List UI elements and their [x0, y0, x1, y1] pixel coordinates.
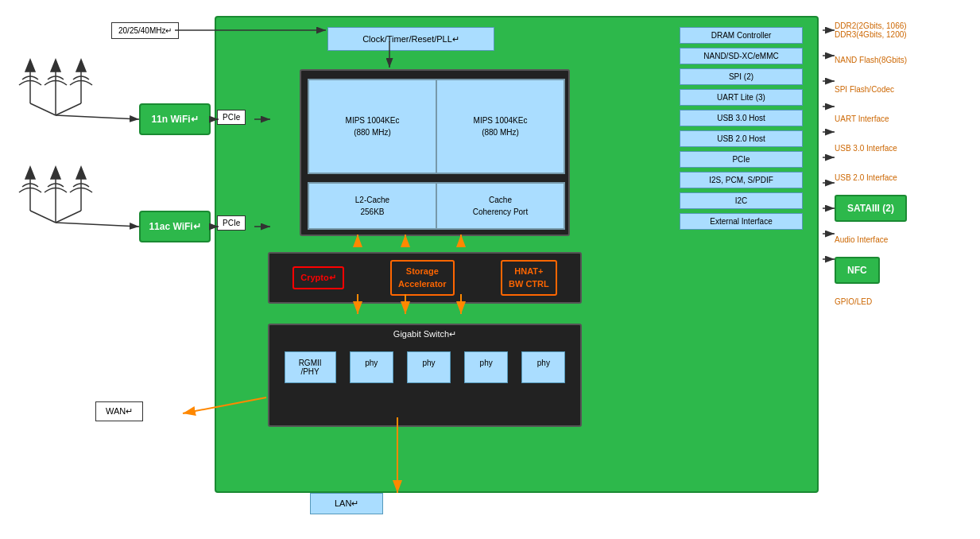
svg-marker-7 — [51, 60, 60, 72]
pcie-label-2: PCIe — [217, 215, 246, 231]
svg-marker-19 — [76, 167, 86, 179]
antennas-bottom — [19, 167, 92, 211]
svg-line-13 — [56, 115, 139, 119]
svg-line-12 — [56, 103, 81, 115]
diagram-wrapper: Clock/Timer/Reset/PLL↵ MIPS 1004KEc (880… — [8, 8, 970, 529]
freq-box: 20/25/40MHz↵ — [111, 22, 179, 39]
right-interfaces: DRAM Controller NAND/SD-XC/eMMC SPI (2) … — [680, 27, 811, 230]
usb-20-host: USB 2.0 Host — [680, 130, 803, 147]
lan-box: LAN↵ — [310, 493, 383, 514]
cpu-area: MIPS 1004KEc (880 MHz) MIPS 1004KEc (880… — [300, 69, 570, 236]
ext-spi-flash: SPI Flash/Codec — [835, 76, 907, 102]
nand-sd-emmc: NAND/SD-XC/eMMC — [680, 48, 803, 64]
wifi-11ac-block: 11ac WiFi↵ — [139, 211, 211, 242]
ext-audio: Audio Interface — [835, 227, 907, 252]
sata-block: SATAIII (2) — [835, 195, 907, 222]
svg-line-11 — [30, 103, 56, 115]
l2-cache: L2-Cache 256KB — [308, 183, 436, 229]
pcie-right: PCIe — [680, 151, 803, 168]
storage-accelerator-block: StorageAccelerator — [390, 260, 455, 296]
cpu-core-2: MIPS 1004KEc (880 MHz) — [436, 79, 564, 173]
ext-usb20: USB 2.0 Interface — [835, 165, 907, 190]
svg-marker-9 — [76, 60, 86, 72]
cpu-core-1: MIPS 1004KEc (880 MHz) — [308, 79, 436, 173]
svg-marker-15 — [25, 167, 35, 179]
cpu-cache: L2-Cache 256KB Cache Coherency Port — [308, 182, 565, 230]
i2c: I2C — [680, 192, 803, 209]
svg-marker-17 — [51, 167, 60, 179]
gigabit-switch-area: Gigabit Switch↵ RGMII/PHY phy phy phy ph… — [268, 324, 582, 427]
usb-30-host: USB 3.0 Host — [680, 110, 803, 126]
switch-label: Gigabit Switch↵ — [269, 325, 580, 343]
rgmii-phy: RGMII/PHY — [285, 351, 336, 383]
hnat-block: HNAT+BW CTRL — [501, 260, 557, 296]
wifi-11n-block: 11n WiFi↵ — [139, 103, 211, 135]
ext-usb30: USB 3.0 Interface — [835, 135, 907, 161]
spi-2: SPI (2) — [680, 68, 803, 85]
soc-board: Clock/Timer/Reset/PLL↵ MIPS 1004KEc (880… — [215, 16, 819, 493]
ext-ddr: DDR2(2Gbits, 1066) DDR3(4Gbits, 1200) — [835, 17, 907, 43]
ext-uart: UART Interface — [835, 106, 907, 131]
phy-row: RGMII/PHY phy phy phy phy — [269, 347, 580, 387]
phy-4: phy — [521, 351, 565, 383]
clock-box: Clock/Timer/Reset/PLL↵ — [327, 27, 494, 51]
dram-controller: DRAM Controller — [680, 27, 803, 44]
cpu-cores: MIPS 1004KEc (880 MHz) MIPS 1004KEc (880… — [308, 79, 565, 174]
pcie-label-1: PCIe — [217, 110, 246, 125]
ext-gpio: GPIO/LED — [835, 289, 907, 314]
phy-3: phy — [464, 351, 508, 383]
crypto-block: Crypto↵ — [292, 266, 343, 289]
svg-line-22 — [56, 211, 81, 223]
antennas-top — [19, 60, 92, 103]
accelerator-row: Crypto↵ StorageAccelerator HNAT+BW CTRL — [268, 252, 582, 304]
ext-nand: NAND Flash(8Gbits) — [835, 47, 907, 72]
ext-sata-container: SATAIII (2) — [835, 194, 907, 223]
wan-box: WAN↵ — [95, 401, 143, 421]
uart-lite-3: UART Lite (3) — [680, 89, 803, 106]
phy-1: phy — [350, 351, 393, 383]
cache-coherency: Cache Coherency Port — [436, 183, 564, 229]
i2s-pcm-spdif: I2S, PCM, S/PDIF — [680, 172, 803, 188]
phy-2: phy — [407, 351, 451, 383]
ext-labels-container: DDR2(2Gbits, 1066) DDR3(4Gbits, 1200) NA… — [835, 17, 907, 314]
external-interface: External Interface — [680, 213, 803, 230]
svg-marker-5 — [25, 60, 35, 72]
svg-line-21 — [30, 211, 56, 223]
nfc-block: NFC — [835, 257, 880, 284]
ext-nfc-container: NFC — [835, 256, 907, 285]
svg-line-23 — [56, 223, 139, 227]
